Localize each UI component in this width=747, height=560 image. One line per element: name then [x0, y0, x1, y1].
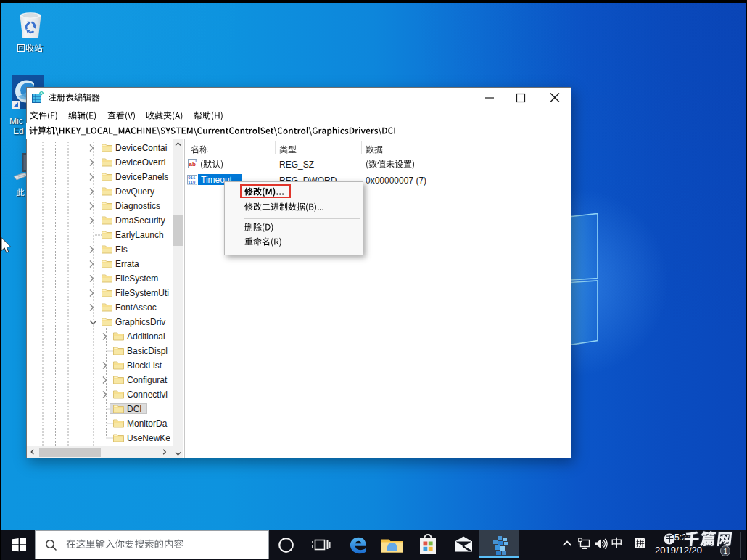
svg-text:ab: ab: [189, 161, 196, 168]
svg-text:110: 110: [188, 180, 196, 185]
